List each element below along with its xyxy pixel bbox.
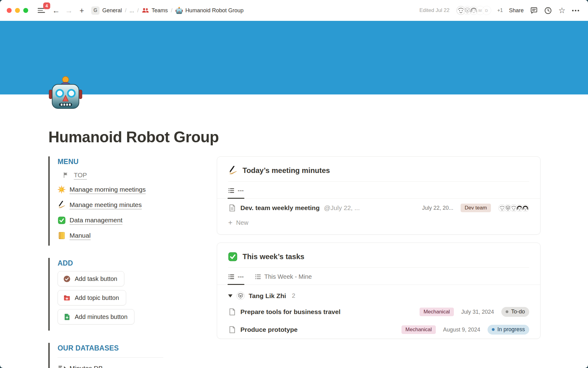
meeting-minutes-card: Today’s meeting minutes --- Dev. team we… (217, 156, 541, 235)
divider (58, 357, 163, 358)
attendee-avatars (498, 204, 529, 212)
flag-icon (62, 171, 70, 179)
notion-window: 4 ← → + G General / ... / Teams / Humano… (0, 0, 588, 368)
status-dot-icon (492, 328, 495, 331)
weekly-tasks-card: This week’s tasks --- This Week - Mine (217, 243, 541, 339)
add-task-button[interactable]: Add task button (58, 271, 124, 286)
minimize-window-button[interactable] (15, 8, 20, 13)
menu-item-minutes-db[interactable]: Minutes DB (58, 361, 190, 368)
breadcrumb-teams[interactable]: Teams (142, 7, 168, 14)
meeting-row[interactable]: Dev. team weekly meeting @July 22, ... J… (217, 199, 540, 215)
add-minutes-button[interactable]: Add minutes button (58, 309, 134, 324)
group-name[interactable]: Tang Lik Zhi (249, 292, 286, 300)
card-header: This week’s tasks (217, 243, 540, 267)
menu-item-data-management[interactable]: Data management (58, 213, 190, 228)
collapse-triangle-icon[interactable] (228, 294, 232, 297)
status-badge[interactable]: In progress (488, 325, 529, 335)
share-button[interactable]: Share (509, 7, 524, 14)
mechanical-tag[interactable]: Mechanical (401, 325, 436, 334)
document-icon (228, 326, 236, 334)
check-square-icon (228, 252, 237, 261)
menu-item-meeting-minutes[interactable]: Manage meeting minutes (58, 197, 190, 213)
teams-people-icon (142, 7, 149, 14)
comments-icon[interactable] (530, 6, 538, 14)
menu-item-top[interactable]: TOP (58, 168, 190, 182)
list-view-icon (255, 274, 261, 280)
view-tabs: --- (217, 182, 540, 199)
page-title[interactable]: Humanoid Robot Group (48, 128, 541, 146)
doc-plus-icon (63, 313, 70, 320)
plus-icon: + (228, 219, 232, 226)
writing-hand-icon (58, 201, 66, 209)
breadcrumb-current-page[interactable]: Humanoid Robot Group (175, 7, 243, 14)
view-tab-this-week-mine[interactable]: This Week - Mine (255, 273, 312, 285)
avatar[interactable] (522, 204, 529, 212)
check-square-icon (58, 216, 66, 224)
edited-timestamp[interactable]: Edited Jul 22 (419, 7, 449, 13)
document-icon (228, 204, 236, 212)
mechanical-tag[interactable]: Mechanical (420, 308, 454, 316)
breadcrumb-general[interactable]: General (102, 7, 122, 14)
more-collaborators-count[interactable]: +1 (497, 8, 503, 13)
page-content: Humanoid Robot Group MENU TOP Manage mor… (0, 94, 588, 368)
task-date: August 9, 2024 (443, 327, 480, 333)
avatar (236, 292, 245, 300)
view-tab-default[interactable]: --- (228, 187, 244, 198)
left-column: MENU TOP Manage morning meetings Manage … (48, 156, 190, 368)
list-view-icon (228, 274, 235, 280)
task-row[interactable]: Prepare tools for business travel Mechan… (217, 303, 540, 321)
right-column: Today’s meeting minutes --- Dev. team we… (217, 156, 541, 368)
page-cover[interactable] (0, 21, 588, 94)
menu-item-morning-meetings[interactable]: Manage morning meetings (58, 182, 190, 197)
page-robot-icon[interactable] (48, 75, 83, 110)
forward-button[interactable]: → (64, 5, 74, 16)
writing-hand-icon (228, 166, 237, 175)
view-tabs: --- This Week - Mine (217, 268, 540, 285)
menu-block: MENU TOP Manage morning meetings Manage … (48, 156, 190, 246)
breadcrumb-separator: / (125, 7, 127, 14)
close-window-button[interactable] (7, 8, 12, 13)
document-icon (228, 308, 236, 316)
zoom-window-button[interactable] (23, 8, 28, 13)
avatar-letter-d[interactable]: D (482, 6, 491, 15)
task-check-icon (63, 275, 70, 282)
task-row[interactable]: Produce prototype Mechanical August 9, 2… (217, 321, 540, 339)
group-count: 2 (292, 292, 295, 299)
database-edit-icon (58, 364, 66, 368)
dev-team-tag[interactable]: Dev team (461, 204, 491, 212)
menu-item-manual[interactable]: Manual (58, 228, 190, 243)
notification-badge[interactable]: 4 (43, 2, 50, 9)
favorite-star-icon[interactable]: ☆ (558, 6, 566, 14)
breadcrumb-ellipsis[interactable]: ... (130, 7, 134, 14)
new-page-button[interactable]: + (77, 5, 87, 16)
menu-heading: MENU (58, 158, 190, 166)
status-dot-icon (506, 310, 508, 313)
status-badge[interactable]: To-do (501, 307, 529, 317)
updates-clock-icon[interactable] (544, 6, 552, 14)
breadcrumb-separator: / (171, 7, 173, 14)
date-mention: @July 22, ... (324, 204, 360, 212)
view-tab-default[interactable]: --- (228, 273, 244, 285)
presence-avatars: M D (456, 6, 491, 15)
sidebar-toggle-button[interactable]: 4 (36, 5, 47, 16)
breadcrumb-separator: / (137, 7, 139, 14)
add-heading: ADD (58, 259, 190, 267)
card-title[interactable]: This week’s tasks (243, 252, 304, 261)
card-title[interactable]: Today’s meeting minutes (243, 166, 330, 175)
folder-plus-icon (63, 294, 70, 301)
databases-block: OUR DATABASES Minutes DB (48, 343, 190, 368)
breadcrumb: G General / ... / Teams / Humanoid Robot… (91, 6, 243, 15)
more-options-icon[interactable] (572, 6, 580, 14)
titlebar-actions: Edited Jul 22 M D +1 Share ☆ (419, 6, 580, 15)
add-topic-button[interactable]: Add topic button (58, 290, 126, 305)
new-row-button[interactable]: + New (217, 215, 540, 234)
window-controls (7, 8, 28, 13)
ledger-icon (58, 232, 66, 240)
workspace-icon[interactable]: G (91, 6, 100, 15)
group-header-row: Tang Lik Zhi 2 (217, 285, 540, 303)
card-header: Today’s meeting minutes (217, 157, 540, 181)
robot-page-icon (175, 7, 183, 14)
back-button[interactable]: ← (51, 5, 61, 16)
add-block: ADD Add task button Add topic button Add… (48, 258, 190, 331)
task-date: July 31, 2024 (461, 309, 494, 315)
